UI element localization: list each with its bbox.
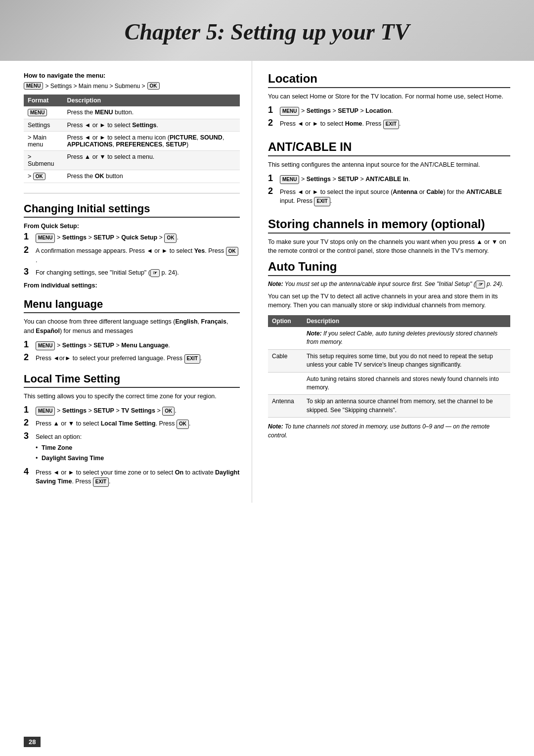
- step-number: 2: [24, 353, 32, 363]
- description-cell: Press the MENU button.: [63, 106, 240, 119]
- step-item: 1 MENU > Settings > SETUP > Quick Setup …: [24, 232, 240, 243]
- auto-tuning-note-top: Note: You must set up the antenna/cable …: [268, 280, 510, 288]
- format-description-table: Format Description MENU Press the MENU b…: [24, 94, 240, 183]
- location-body: You can select Home or Store for the TV …: [268, 92, 510, 101]
- quick-setup-steps: 1 MENU > Settings > SETUP > Quick Setup …: [24, 232, 240, 277]
- description-cell: Press ◄ or ► to select a menu icon (PICT…: [63, 132, 240, 151]
- time-option-bullets: Time Zone Daylight Saving Time: [36, 443, 240, 463]
- step-item: 1 MENU > Settings > SETUP > ANT/CABLE In…: [268, 174, 510, 185]
- menu-icon: MENU: [36, 234, 55, 243]
- menu-icon-path: MENU: [24, 82, 43, 90]
- exit-icon: EXIT: [93, 477, 109, 487]
- table-row: > Main menu Press ◄ or ► to select a men…: [24, 132, 240, 151]
- option-cell: [268, 372, 303, 395]
- auto-tuning-section: Auto Tuning Note: You must set up the an…: [268, 260, 510, 440]
- format-cell: > OK: [24, 170, 63, 183]
- format-cell: > Main menu: [24, 132, 63, 151]
- description-cell: Press ◄ or ► to select Settings.: [63, 119, 240, 132]
- nav-label: How to navigate the menu:: [24, 72, 240, 79]
- exit-icon: EXIT: [184, 354, 200, 364]
- auto-tuning-note-bottom: Note: To tune channels not stored in mem…: [268, 423, 510, 440]
- menu-icon: MENU: [36, 341, 55, 351]
- ant-cable-steps: 1 MENU > Settings > SETUP > ANT/CABLE In…: [268, 174, 510, 206]
- description-cell: Press ▲ or ▼ to select a menu.: [63, 151, 240, 170]
- step-number: 3: [24, 431, 32, 441]
- table-row: > Submenu Press ▲ or ▼ to select a menu.: [24, 151, 240, 170]
- description-cell: Auto tuning retains stored channels and …: [303, 372, 510, 395]
- step-item: 2 Press ◄or► to select your preferred la…: [24, 353, 240, 364]
- format-cell: MENU: [24, 106, 63, 119]
- book-icon: ☞: [476, 281, 485, 289]
- description-cell: This setup requires some time, but you d…: [303, 349, 510, 372]
- step-content: Press ◄ or ► to select your time zone or…: [36, 467, 240, 487]
- step-content: For changing settings, see "Initial Setu…: [36, 267, 240, 277]
- description-cell: Note: If you select Cable, auto tuning d…: [303, 327, 510, 349]
- storing-channels-heading: Storing channels in memory (optional): [268, 217, 510, 234]
- step-content: MENU > Settings > SETUP > Location.: [280, 105, 510, 116]
- step-content: MENU > Settings > SETUP > TV Settings > …: [36, 405, 240, 416]
- step-content: MENU > Settings > SETUP > ANT/CABLE In.: [280, 174, 510, 185]
- step-item: 1 MENU > Settings > SETUP > Location.: [268, 105, 510, 116]
- ant-cable-body: This setting configures the antenna inpu…: [268, 160, 510, 170]
- local-time-steps: 1 MENU > Settings > SETUP > TV Settings …: [24, 405, 240, 487]
- auto-tuning-body: You can set up the TV to detect all acti…: [268, 292, 510, 311]
- location-heading: Location: [268, 72, 510, 88]
- location-section: Location You can select Home or Store fo…: [268, 72, 510, 129]
- ok-icon: OK: [164, 234, 177, 243]
- auto-tuning-table: Option Description Note: If you select C…: [268, 315, 510, 418]
- local-time-body: This setting allows you to specify the c…: [24, 392, 240, 401]
- ok-icon: OK: [226, 247, 238, 256]
- step-content: Select an option: Time Zone Daylight Sav…: [36, 431, 240, 465]
- format-cell: > Submenu: [24, 151, 63, 170]
- step-content: MENU > Settings > SETUP > Menu Language.: [36, 340, 240, 351]
- book-icon: ☞: [150, 269, 160, 278]
- menu-icon-cell: MENU: [28, 109, 47, 116]
- storing-channels-section: Storing channels in memory (optional) To…: [268, 217, 510, 256]
- table-row: Antenna To skip an antenna source channe…: [268, 395, 510, 418]
- ant-cable-section: ANT/CABLE IN This setting configures the…: [268, 140, 510, 206]
- step-number: 2: [268, 118, 276, 128]
- option-cell: Antenna: [268, 395, 303, 418]
- format-cell: Settings: [24, 119, 63, 132]
- menu-language-section: Menu language You can choose from three …: [24, 298, 240, 364]
- step-content: Press ◄ or ► to select the input source …: [280, 187, 510, 206]
- menu-icon: MENU: [280, 107, 299, 116]
- step-item: 2 Press ▲ or ▼ to select Local Time Sett…: [24, 418, 240, 429]
- changing-initial-heading: Changing Initial settings: [24, 202, 240, 218]
- menu-language-heading: Menu language: [24, 298, 240, 313]
- menu-icon: MENU: [280, 175, 299, 185]
- step-item: 1 MENU > Settings > SETUP > Menu Languag…: [24, 340, 240, 351]
- right-column: Location You can select Home or Store fo…: [252, 61, 534, 503]
- step-number: 3: [24, 267, 32, 277]
- local-time-section: Local Time Setting This setting allows y…: [24, 373, 240, 487]
- description-col-header: Description: [63, 94, 240, 106]
- page: Chapter 5: Setting up your TV How to nav…: [0, 0, 534, 756]
- table-row: Note: If you select Cable, auto tuning d…: [268, 327, 510, 349]
- description-cell: Press the OK button: [63, 170, 240, 183]
- from-quick-setup-label: From Quick Setup:: [24, 223, 240, 230]
- exit-icon: EXIT: [383, 120, 399, 129]
- table-row: Settings Press ◄ or ► to select Settings…: [24, 119, 240, 132]
- option-cell: Cable: [268, 349, 303, 372]
- ok-icon: OK: [177, 420, 189, 429]
- step-number: 1: [24, 340, 32, 350]
- step-item: 2 Press ◄ or ► to select the input sourc…: [268, 187, 510, 206]
- ant-cable-heading: ANT/CABLE IN: [268, 140, 510, 156]
- menu-language-body: You can choose from three different lang…: [24, 317, 240, 336]
- step-number: 1: [24, 405, 32, 415]
- section-divider: [24, 193, 240, 193]
- menu-path: MENU > Settings > Main menu > Submenu > …: [24, 82, 240, 90]
- description-col-header: Description: [303, 315, 510, 327]
- location-steps: 1 MENU > Settings > SETUP > Location. 2 …: [268, 105, 510, 129]
- page-number-area: 28: [24, 737, 41, 747]
- menu-icon: MENU: [36, 407, 55, 416]
- ok-icon: OK: [162, 407, 175, 416]
- auto-tuning-heading: Auto Tuning: [268, 260, 510, 276]
- option-col-header: Option: [268, 315, 303, 327]
- local-time-heading: Local Time Setting: [24, 373, 240, 388]
- step-content: A confirmation message appears. Press ◄ …: [36, 245, 240, 265]
- left-column: How to navigate the menu: MENU > Setting…: [0, 61, 252, 503]
- how-to-navigate-section: How to navigate the menu: MENU > Setting…: [24, 72, 240, 183]
- step-number: 1: [268, 105, 276, 115]
- step-number: 4: [24, 467, 32, 477]
